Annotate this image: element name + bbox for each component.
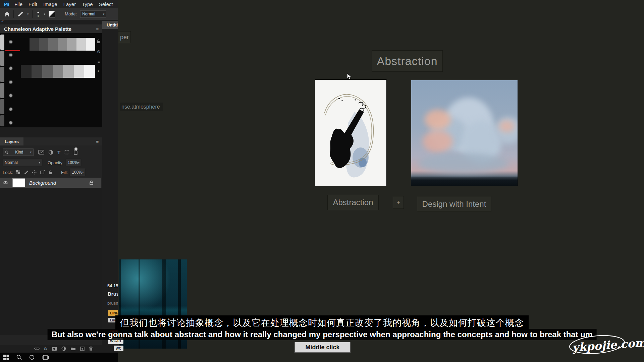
filter-shape-icon[interactable] <box>64 150 69 155</box>
menu-type[interactable]: Type <box>79 1 96 7</box>
layer-mask-icon[interactable] <box>52 347 57 351</box>
palette-row-dot[interactable] <box>9 121 13 125</box>
opacity-label: Opacity: <box>48 160 64 165</box>
swatch[interactable] <box>42 65 53 78</box>
new-group-icon[interactable] <box>70 347 76 351</box>
chevron-down-icon[interactable]: ▾ <box>27 12 29 16</box>
swatch[interactable] <box>39 38 48 51</box>
swatch[interactable] <box>48 38 58 51</box>
blend-mode-select[interactable]: Normal ▾ <box>80 10 106 18</box>
tool-options-bar: ▾ 4 ▾ Mode: Normal ▾ <box>0 8 118 20</box>
link-layers-icon[interactable] <box>34 347 40 350</box>
swatch[interactable] <box>67 38 76 51</box>
home-icon[interactable] <box>4 11 10 17</box>
target-icon[interactable]: ⊙ <box>96 49 101 54</box>
opacity-value-box[interactable]: 100% ▾ <box>66 159 81 166</box>
tool-strip[interactable] <box>0 99 4 114</box>
tool-strip[interactable] <box>0 51 4 66</box>
layers-blend-mode-select[interactable]: Normal ▾ <box>3 159 42 166</box>
swatch[interactable] <box>53 65 63 78</box>
swatch[interactable] <box>74 65 84 78</box>
document-tab-title: Untitle <box>107 22 118 27</box>
palette-row-dot[interactable] <box>9 80 13 84</box>
gradient-chip-icon[interactable] <box>49 11 55 17</box>
delete-layer-icon[interactable] <box>89 346 93 351</box>
brushes-panel-title: Brushe <box>108 291 118 297</box>
palette-row-dot[interactable] <box>9 94 13 98</box>
fill-label: Fill: <box>61 170 68 175</box>
lock-icon[interactable] <box>96 39 101 44</box>
chevron-down-icon: ▾ <box>103 12 105 16</box>
task-view-icon[interactable] <box>42 355 49 360</box>
contrast-icon[interactable]: ◐ <box>96 69 101 73</box>
new-layer-icon[interactable] <box>80 347 85 351</box>
lock-all-icon[interactable] <box>48 170 52 175</box>
lock-pixels-icon[interactable] <box>24 170 29 175</box>
menu-filter[interactable]: Filter <box>116 1 118 7</box>
lock-fill-row: Lock: Fill: 100% ▾ <box>0 168 102 176</box>
taskbar-search-icon[interactable] <box>16 355 22 360</box>
adjustment-layer-icon[interactable] <box>61 346 66 351</box>
menu-select[interactable]: Select <box>96 1 116 7</box>
chevron-down-icon[interactable]: ▾ <box>44 12 46 16</box>
plus-box[interactable]: + <box>393 196 404 209</box>
brush-preview[interactable]: 4 <box>36 11 41 17</box>
layers-bottom-bar: fx <box>0 344 102 353</box>
filter-pixel-layers-icon[interactable] <box>38 150 44 155</box>
palette-row-dot[interactable] <box>9 66 13 70</box>
sliders-icon[interactable]: ≡ <box>96 59 101 64</box>
cortana-icon[interactable] <box>29 355 35 360</box>
palette-row-dot[interactable] <box>9 53 13 57</box>
layer-row-background[interactable]: Background <box>0 178 101 188</box>
brush-name[interactable]: brushe <box>107 301 118 306</box>
filter-adjustment-icon[interactable] <box>48 150 53 155</box>
layer-lock-icon <box>89 180 94 185</box>
layer-effects-icon[interactable]: fx <box>44 346 47 351</box>
swatch[interactable] <box>76 38 86 51</box>
tool-strip[interactable] <box>0 83 4 98</box>
document-tab[interactable]: Untitle <box>102 21 118 29</box>
panel-menu-icon[interactable]: ≡ <box>96 26 99 32</box>
filter-toggle-dot[interactable] <box>74 147 77 150</box>
visibility-eye-icon[interactable] <box>3 181 8 185</box>
zoom-level[interactable]: 54.15% <box>107 283 118 288</box>
tag-wc[interactable]: WC <box>114 346 123 351</box>
swatch[interactable] <box>32 65 42 78</box>
board-label-partial-mid: nse.atmosphere <box>120 103 163 111</box>
swatch[interactable] <box>84 65 95 78</box>
lock-transparency-icon[interactable] <box>16 170 20 175</box>
tab-layers[interactable]: Layers <box>0 137 23 145</box>
swatch[interactable] <box>21 65 32 78</box>
menu-image[interactable]: Image <box>40 1 60 7</box>
tool-strip[interactable] <box>0 115 4 126</box>
screen: Ps File Edit Image Layer Type Select Fil… <box>0 0 644 362</box>
palette-swatch-area: ⊙ ≡ ◐ <box>0 33 102 127</box>
swatch[interactable] <box>86 38 95 51</box>
palette-panel-header: Chameleon Adaptive Palette ≡ <box>0 24 102 33</box>
panel-menu-icon[interactable]: ≡ <box>96 139 99 144</box>
collapse-panels-icon[interactable]: « <box>1 19 3 23</box>
layer-thumbnail[interactable] <box>12 178 25 187</box>
tool-strip[interactable] <box>0 35 4 50</box>
lock-artboard-icon[interactable] <box>40 170 45 175</box>
reference-image-abstract-ink[interactable] <box>315 80 386 186</box>
fill-value-box[interactable]: 100% ▾ <box>70 169 85 176</box>
swatch[interactable] <box>63 65 74 78</box>
cloud-blob-pink <box>425 110 451 130</box>
swatch[interactable] <box>58 38 67 51</box>
selected-swatch-underline <box>5 50 20 51</box>
filter-kind-select[interactable]: Kind ▾ <box>3 148 34 156</box>
lock-position-icon[interactable] <box>32 170 37 175</box>
brush-tool-icon[interactable] <box>17 11 24 17</box>
palette-row-dot[interactable] <box>9 107 13 111</box>
reference-image-clouds[interactable] <box>411 80 518 186</box>
tool-strip[interactable] <box>0 67 4 82</box>
menu-file[interactable]: File <box>11 1 25 7</box>
menu-edit[interactable]: Edit <box>25 1 40 7</box>
start-button[interactable] <box>3 355 9 360</box>
filter-type-icon[interactable]: T <box>57 149 60 155</box>
menu-layer[interactable]: Layer <box>60 1 79 7</box>
palette-row-dot[interactable] <box>9 40 13 44</box>
menu-bar: Ps File Edit Image Layer Type Select Fil… <box>0 0 118 8</box>
swatch[interactable] <box>30 38 39 51</box>
